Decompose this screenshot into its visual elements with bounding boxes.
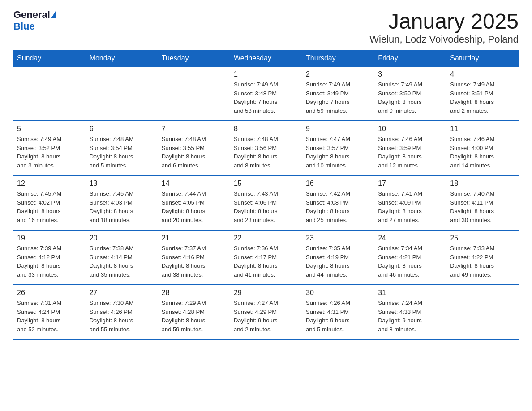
day-info: Sunrise: 7:27 AMSunset: 4:29 PMDaylight:…	[234, 299, 298, 334]
day-number: 29	[234, 289, 298, 297]
day-number: 30	[306, 289, 370, 297]
day-info: Sunrise: 7:47 AMSunset: 3:57 PMDaylight:…	[306, 135, 370, 170]
day-info: Sunrise: 7:49 AMSunset: 3:49 PMDaylight:…	[306, 80, 370, 115]
page-title: January 2025	[369, 9, 519, 34]
calendar-table: SundayMondayTuesdayWednesdayThursdayFrid…	[13, 50, 519, 340]
calendar-cell: 29Sunrise: 7:27 AMSunset: 4:29 PMDayligh…	[230, 285, 302, 339]
day-number: 9	[306, 125, 370, 133]
calendar-cell: 11Sunrise: 7:46 AMSunset: 4:00 PMDayligh…	[446, 121, 519, 176]
calendar-cell: 16Sunrise: 7:42 AMSunset: 4:08 PMDayligh…	[302, 176, 374, 230]
day-info: Sunrise: 7:40 AMSunset: 4:11 PMDaylight:…	[450, 189, 515, 224]
day-info: Sunrise: 7:49 AMSunset: 3:48 PMDaylight:…	[234, 80, 298, 115]
calendar-header-friday: Friday	[374, 50, 446, 67]
calendar-cell: 1Sunrise: 7:49 AMSunset: 3:48 PMDaylight…	[230, 67, 302, 121]
day-number: 2	[306, 70, 370, 78]
calendar-header-saturday: Saturday	[446, 50, 519, 67]
day-info: Sunrise: 7:42 AMSunset: 4:08 PMDaylight:…	[306, 189, 370, 224]
day-info: Sunrise: 7:38 AMSunset: 4:14 PMDaylight:…	[90, 244, 154, 279]
day-info: Sunrise: 7:46 AMSunset: 4:00 PMDaylight:…	[450, 135, 515, 170]
day-info: Sunrise: 7:33 AMSunset: 4:22 PMDaylight:…	[450, 244, 515, 279]
day-info: Sunrise: 7:49 AMSunset: 3:52 PMDaylight:…	[17, 135, 82, 170]
calendar-cell: 17Sunrise: 7:41 AMSunset: 4:09 PMDayligh…	[374, 176, 446, 230]
calendar-cell: 12Sunrise: 7:45 AMSunset: 4:02 PMDayligh…	[13, 176, 86, 230]
day-number: 1	[234, 70, 298, 78]
logo-general-text: General	[13, 9, 50, 21]
calendar-cell: 9Sunrise: 7:47 AMSunset: 3:57 PMDaylight…	[302, 121, 374, 176]
day-info: Sunrise: 7:49 AMSunset: 3:51 PMDaylight:…	[450, 80, 515, 115]
calendar-cell: 22Sunrise: 7:36 AMSunset: 4:17 PMDayligh…	[230, 230, 302, 285]
day-info: Sunrise: 7:37 AMSunset: 4:16 PMDaylight:…	[162, 244, 226, 279]
calendar-cell: 2Sunrise: 7:49 AMSunset: 3:49 PMDaylight…	[302, 67, 374, 121]
day-number: 14	[162, 180, 226, 188]
calendar-cell: 7Sunrise: 7:48 AMSunset: 3:55 PMDaylight…	[158, 121, 230, 176]
calendar-cell: 30Sunrise: 7:26 AMSunset: 4:31 PMDayligh…	[302, 285, 374, 339]
logo: General Blue	[13, 9, 56, 32]
day-number: 3	[378, 70, 442, 78]
day-info: Sunrise: 7:48 AMSunset: 3:54 PMDaylight:…	[90, 135, 154, 170]
calendar-header-wednesday: Wednesday	[230, 50, 302, 67]
calendar-cell	[446, 285, 519, 339]
day-info: Sunrise: 7:24 AMSunset: 4:33 PMDaylight:…	[378, 299, 442, 334]
day-number: 24	[378, 234, 442, 242]
calendar-cell	[13, 67, 86, 121]
day-number: 8	[234, 125, 298, 133]
day-info: Sunrise: 7:35 AMSunset: 4:19 PMDaylight:…	[306, 244, 370, 279]
day-info: Sunrise: 7:34 AMSunset: 4:21 PMDaylight:…	[378, 244, 442, 279]
calendar-cell: 14Sunrise: 7:44 AMSunset: 4:05 PMDayligh…	[158, 176, 230, 230]
day-number: 7	[162, 125, 226, 133]
calendar-week-row: 1Sunrise: 7:49 AMSunset: 3:48 PMDaylight…	[13, 67, 519, 121]
day-info: Sunrise: 7:44 AMSunset: 4:05 PMDaylight:…	[162, 189, 226, 224]
day-info: Sunrise: 7:46 AMSunset: 3:59 PMDaylight:…	[378, 135, 442, 170]
logo-blue-text: Blue	[13, 21, 35, 32]
calendar-header-row: SundayMondayTuesdayWednesdayThursdayFrid…	[13, 50, 519, 67]
calendar-cell	[86, 67, 158, 121]
day-info: Sunrise: 7:43 AMSunset: 4:06 PMDaylight:…	[234, 189, 298, 224]
day-number: 20	[90, 234, 154, 242]
day-info: Sunrise: 7:39 AMSunset: 4:12 PMDaylight:…	[17, 244, 82, 279]
calendar-cell: 4Sunrise: 7:49 AMSunset: 3:51 PMDaylight…	[446, 67, 519, 121]
day-number: 12	[17, 180, 82, 188]
day-number: 4	[450, 70, 515, 78]
calendar-cell: 6Sunrise: 7:48 AMSunset: 3:54 PMDaylight…	[86, 121, 158, 176]
calendar-week-row: 5Sunrise: 7:49 AMSunset: 3:52 PMDaylight…	[13, 121, 519, 176]
day-number: 19	[17, 234, 82, 242]
day-info: Sunrise: 7:29 AMSunset: 4:28 PMDaylight:…	[162, 299, 226, 334]
day-number: 27	[90, 289, 154, 297]
day-info: Sunrise: 7:48 AMSunset: 3:55 PMDaylight:…	[162, 135, 226, 170]
calendar-cell: 20Sunrise: 7:38 AMSunset: 4:14 PMDayligh…	[86, 230, 158, 285]
day-info: Sunrise: 7:49 AMSunset: 3:50 PMDaylight:…	[378, 80, 442, 115]
day-number: 18	[450, 180, 515, 188]
calendar-cell: 19Sunrise: 7:39 AMSunset: 4:12 PMDayligh…	[13, 230, 86, 285]
calendar-cell: 27Sunrise: 7:30 AMSunset: 4:26 PMDayligh…	[86, 285, 158, 339]
calendar-cell: 18Sunrise: 7:40 AMSunset: 4:11 PMDayligh…	[446, 176, 519, 230]
day-number: 28	[162, 289, 226, 297]
day-number: 17	[378, 180, 442, 188]
day-number: 31	[378, 289, 442, 297]
day-number: 15	[234, 180, 298, 188]
day-info: Sunrise: 7:41 AMSunset: 4:09 PMDaylight:…	[378, 189, 442, 224]
day-info: Sunrise: 7:45 AMSunset: 4:02 PMDaylight:…	[17, 189, 82, 224]
day-number: 26	[17, 289, 82, 297]
page-header: General Blue January 2025 Wielun, Lodz V…	[13, 9, 519, 45]
calendar-cell: 21Sunrise: 7:37 AMSunset: 4:16 PMDayligh…	[158, 230, 230, 285]
calendar-cell: 28Sunrise: 7:29 AMSunset: 4:28 PMDayligh…	[158, 285, 230, 339]
calendar-cell	[158, 67, 230, 121]
day-number: 5	[17, 125, 82, 133]
day-number: 13	[90, 180, 154, 188]
day-number: 6	[90, 125, 154, 133]
day-number: 23	[306, 234, 370, 242]
day-info: Sunrise: 7:45 AMSunset: 4:03 PMDaylight:…	[90, 189, 154, 224]
logo-triangle-icon	[51, 11, 56, 18]
calendar-cell: 3Sunrise: 7:49 AMSunset: 3:50 PMDaylight…	[374, 67, 446, 121]
title-block: January 2025 Wielun, Lodz Voivodeship, P…	[369, 9, 519, 45]
calendar-week-row: 19Sunrise: 7:39 AMSunset: 4:12 PMDayligh…	[13, 230, 519, 285]
day-info: Sunrise: 7:26 AMSunset: 4:31 PMDaylight:…	[306, 299, 370, 334]
page-subtitle: Wielun, Lodz Voivodeship, Poland	[369, 34, 519, 45]
calendar-cell: 5Sunrise: 7:49 AMSunset: 3:52 PMDaylight…	[13, 121, 86, 176]
day-number: 22	[234, 234, 298, 242]
day-number: 21	[162, 234, 226, 242]
calendar-header-monday: Monday	[86, 50, 158, 67]
calendar-cell: 31Sunrise: 7:24 AMSunset: 4:33 PMDayligh…	[374, 285, 446, 339]
day-number: 11	[450, 125, 515, 133]
calendar-cell: 8Sunrise: 7:48 AMSunset: 3:56 PMDaylight…	[230, 121, 302, 176]
